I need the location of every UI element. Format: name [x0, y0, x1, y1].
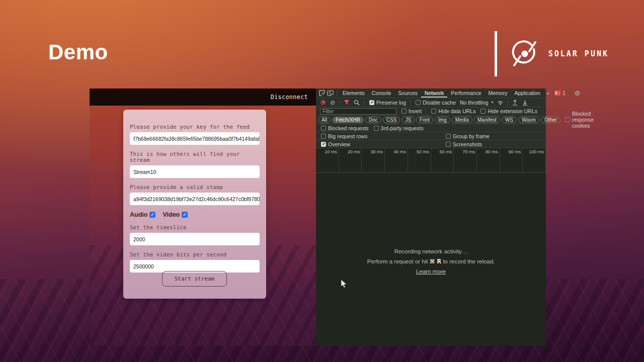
timeline-segment: 10 ms: [316, 148, 339, 172]
group-by-frame-checkbox[interactable]: ✓: [446, 134, 451, 139]
blocked-response-cookies-label: Blocked response cookies: [572, 111, 594, 129]
pill-fetch-xhr[interactable]: Fetch/XHR: [332, 117, 364, 123]
pill-ws[interactable]: WS: [502, 117, 517, 123]
throttling-dropdown[interactable]: No throttling ▾: [460, 100, 494, 106]
tab-performance[interactable]: Performance: [447, 88, 485, 98]
third-party-checkbox[interactable]: ✓: [374, 126, 379, 131]
export-har-icon[interactable]: [521, 99, 529, 106]
invert-label: Invert: [409, 108, 422, 114]
stream-name-input[interactable]: Stream10: [130, 165, 260, 178]
start-stream-button[interactable]: Start stream: [162, 271, 227, 287]
timeslice-input[interactable]: 2000: [130, 233, 260, 245]
audio-label: Audio: [130, 211, 147, 218]
stream-form-card: Please provide your key for the feed f7b…: [123, 110, 266, 299]
tab-memory[interactable]: Memory: [485, 88, 511, 98]
hide-data-urls-checkbox[interactable]: ✓: [431, 109, 436, 114]
pill-img[interactable]: Img: [435, 117, 450, 123]
blocked-response-cookies-checkbox[interactable]: ✓: [565, 117, 570, 122]
checkmark-icon: ✓: [150, 212, 154, 217]
checkmark-icon: ✓: [183, 212, 187, 217]
more-tabs-icon[interactable]: »: [544, 90, 552, 96]
overview-options-row: ✓ Overview ✓ Screenshots: [316, 140, 546, 148]
blocked-requests-checkbox[interactable]: ✓: [321, 126, 326, 131]
clear-icon[interactable]: ⊘: [328, 99, 337, 106]
stamp-input[interactable]: a94f3d2169038d19bf73e27d2c46dc90c6427c0b…: [130, 193, 260, 205]
pill-other[interactable]: Other: [541, 117, 560, 123]
overview-checkbox[interactable]: ✓: [321, 142, 326, 147]
video-checkbox[interactable]: ✓: [182, 212, 188, 218]
tab-application[interactable]: Application: [511, 88, 543, 98]
devtools-window: Elements Console Sources Network Perform…: [316, 88, 546, 346]
tab-sources[interactable]: Sources: [394, 88, 421, 98]
bitrate-label: Set the video bits per second: [130, 251, 260, 257]
checkmark-icon: ✓: [370, 100, 374, 105]
mouse-cursor: [340, 279, 347, 289]
pill-css[interactable]: CSS: [383, 117, 400, 123]
timeline-segment: 80 ms: [477, 148, 500, 172]
timeline-segment: 20 ms: [339, 148, 362, 172]
tab-elements[interactable]: Elements: [339, 88, 368, 98]
filter-input[interactable]: [320, 108, 396, 115]
media-toggles-row: Audio ✓ Video ✓: [130, 211, 260, 218]
network-overview-timeline[interactable]: 10 ms 20 ms 30 ms 40 ms 50 ms 60 ms 70 m…: [316, 148, 546, 173]
pill-media[interactable]: Media: [452, 117, 472, 123]
pill-all[interactable]: All: [318, 117, 331, 123]
audio-checkbox[interactable]: ✓: [149, 212, 155, 218]
brand-name: SOLAR PUNK: [548, 49, 609, 58]
invert-checkbox[interactable]: ✓: [401, 109, 407, 114]
inspect-element-icon[interactable]: [319, 89, 325, 97]
preserve-log-checkbox[interactable]: ✓: [369, 100, 374, 105]
search-icon[interactable]: [353, 99, 361, 106]
stream-name-label: This is how others will find your stream: [130, 151, 260, 163]
pill-doc[interactable]: Doc: [365, 117, 381, 123]
devtools-tabbar: Elements Console Sources Network Perform…: [316, 88, 546, 98]
pill-font[interactable]: Font: [416, 117, 433, 123]
learn-more-link[interactable]: Learn more: [416, 268, 446, 275]
timeline-segment: 40 ms: [385, 148, 408, 172]
request-type-filters: All Fetch/XHR Doc CSS JS Font Img Media …: [316, 116, 546, 124]
timeline-segment: 70 ms: [454, 148, 477, 172]
hide-data-urls-label: Hide data URLs: [438, 108, 475, 114]
divider: [364, 100, 364, 106]
tab-console[interactable]: Console: [368, 88, 395, 98]
page-title: Demo: [48, 40, 108, 64]
pill-js[interactable]: JS: [401, 117, 415, 123]
timeline-segment: 60 ms: [431, 148, 454, 172]
import-har-icon[interactable]: [511, 99, 519, 106]
solar-punk-logo-icon: [509, 38, 540, 69]
key-input[interactable]: f7b68e66682fa38c865fe65be788695baa0f7b41…: [130, 132, 260, 145]
group-by-frame-label: Group by frame: [453, 133, 490, 139]
disable-cache-checkbox[interactable]: ✓: [416, 100, 421, 105]
big-request-rows-label: Big request rows: [328, 133, 367, 139]
brand-divider-bar: [495, 31, 497, 76]
brand-lockup: SOLAR PUNK: [495, 31, 609, 76]
timeline-segment: 50 ms: [408, 148, 431, 172]
divider: [570, 90, 571, 96]
divider: [508, 100, 508, 106]
recording-hint-text: Perform a request or hit ⌘ R to record t…: [316, 258, 546, 265]
settings-gear-icon[interactable]: ⚙: [573, 89, 583, 97]
issues-badge[interactable]: 1: [552, 90, 568, 96]
network-conditions-icon[interactable]: [497, 99, 505, 106]
pill-manifest[interactable]: Manifest: [474, 117, 500, 123]
tab-network[interactable]: Network: [421, 88, 448, 98]
hide-extension-urls-checkbox[interactable]: ✓: [480, 109, 486, 114]
divider: [410, 100, 411, 106]
disconnect-button[interactable]: Disconnect: [271, 94, 308, 101]
filter-funnel-icon[interactable]: [343, 99, 351, 106]
overview-label: Overview: [328, 141, 350, 147]
record-button[interactable]: [320, 100, 326, 105]
big-request-rows-checkbox[interactable]: ✓: [321, 134, 326, 139]
device-toolbar-icon[interactable]: [327, 89, 334, 97]
screenshots-label: Screenshots: [453, 141, 482, 147]
timeslice-label: Set the timeslice: [130, 224, 260, 230]
timeline-segment: 30 ms: [362, 148, 385, 172]
timeline-segment: 100 ms: [523, 148, 546, 172]
recording-status-text: Recording network activity…: [316, 248, 546, 254]
blocked-requests-label: Blocked requests: [328, 125, 369, 131]
stamp-label: Please provide a valid stamp: [130, 184, 260, 190]
pill-wasm[interactable]: Wasm: [518, 117, 539, 123]
screenshots-checkbox[interactable]: ✓: [446, 142, 451, 147]
disable-cache-label: Disable cache: [423, 100, 456, 106]
issues-count: 1: [562, 90, 566, 96]
